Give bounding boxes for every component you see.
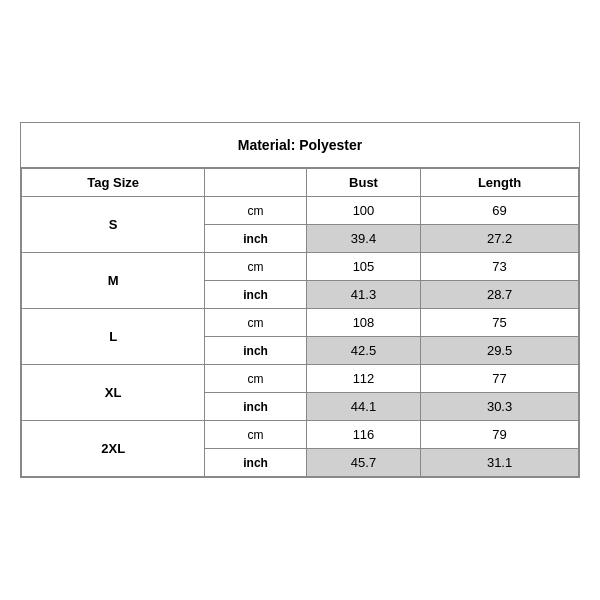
length-cm: 79 xyxy=(421,421,579,449)
size-cell: M xyxy=(22,253,205,309)
table-row: Mcm10573 xyxy=(22,253,579,281)
length-inch: 31.1 xyxy=(421,449,579,477)
table-row: XLcm11277 xyxy=(22,365,579,393)
unit-cm: cm xyxy=(205,309,307,337)
chart-title: Material: Polyester xyxy=(21,123,579,168)
unit-inch: inch xyxy=(205,337,307,365)
bust-cm: 116 xyxy=(306,421,420,449)
unit-inch: inch xyxy=(205,393,307,421)
bust-inch: 45.7 xyxy=(306,449,420,477)
bust-inch: 39.4 xyxy=(306,225,420,253)
size-cell: 2XL xyxy=(22,421,205,477)
unit-cm: cm xyxy=(205,253,307,281)
length-cm: 73 xyxy=(421,253,579,281)
unit-inch: inch xyxy=(205,281,307,309)
length-inch: 30.3 xyxy=(421,393,579,421)
unit-cm: cm xyxy=(205,197,307,225)
unit-inch: inch xyxy=(205,225,307,253)
length-cm: 69 xyxy=(421,197,579,225)
unit-cm: cm xyxy=(205,365,307,393)
bust-cm: 108 xyxy=(306,309,420,337)
bust-inch: 41.3 xyxy=(306,281,420,309)
bust-cm: 100 xyxy=(306,197,420,225)
length-cm: 77 xyxy=(421,365,579,393)
size-table: Tag Size Bust Length Scm10069inch39.427.… xyxy=(21,168,579,477)
col-tag-size: Tag Size xyxy=(22,169,205,197)
col-unit-header xyxy=(205,169,307,197)
bust-cm: 105 xyxy=(306,253,420,281)
table-header-row: Tag Size Bust Length xyxy=(22,169,579,197)
size-cell: L xyxy=(22,309,205,365)
size-chart-container: Material: Polyester Tag Size Bust Length… xyxy=(20,122,580,478)
table-row: 2XLcm11679 xyxy=(22,421,579,449)
bust-inch: 42.5 xyxy=(306,337,420,365)
bust-cm: 112 xyxy=(306,365,420,393)
length-cm: 75 xyxy=(421,309,579,337)
unit-inch: inch xyxy=(205,449,307,477)
unit-cm: cm xyxy=(205,421,307,449)
length-inch: 28.7 xyxy=(421,281,579,309)
col-length: Length xyxy=(421,169,579,197)
size-cell: XL xyxy=(22,365,205,421)
table-row: Scm10069 xyxy=(22,197,579,225)
length-inch: 27.2 xyxy=(421,225,579,253)
col-bust: Bust xyxy=(306,169,420,197)
size-cell: S xyxy=(22,197,205,253)
length-inch: 29.5 xyxy=(421,337,579,365)
table-row: Lcm10875 xyxy=(22,309,579,337)
bust-inch: 44.1 xyxy=(306,393,420,421)
